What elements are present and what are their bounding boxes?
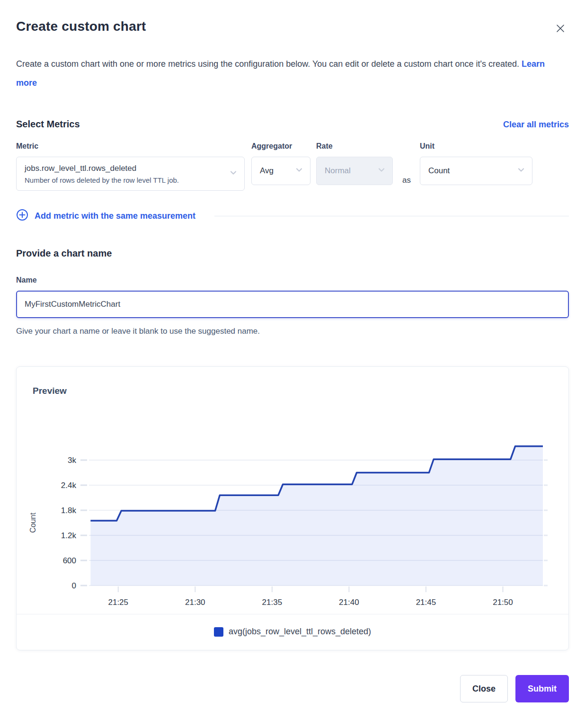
metric-description: Number of rows deleted by the row level … — [25, 176, 179, 184]
page-title: Create custom chart — [16, 19, 146, 34]
metric-select[interactable]: jobs.row_level_ttl.rows_deleted Number o… — [16, 157, 245, 191]
rate-value: Normal — [325, 166, 351, 176]
svg-text:1.8k: 1.8k — [61, 506, 77, 515]
preview-heading: Preview — [33, 386, 568, 396]
add-metric-row: Add metric with the same measurement — [16, 209, 569, 223]
close-icon[interactable] — [552, 20, 569, 37]
svg-text:0: 0 — [72, 581, 76, 590]
svg-text:21:40: 21:40 — [339, 598, 359, 607]
aggregator-select[interactable]: Avg — [251, 157, 310, 185]
preview-chart: 06001.2k1.8k2.4k3k21:2521:3021:3521:4021… — [17, 425, 568, 614]
chart-name-heading: Provide a chart name — [16, 248, 569, 259]
svg-text:1.2k: 1.2k — [61, 531, 77, 540]
metric-field: Metric jobs.row_level_ttl.rows_deleted N… — [16, 142, 245, 191]
unit-select[interactable]: Count — [420, 157, 532, 185]
rate-select: Normal — [316, 157, 393, 185]
chevron-down-icon — [517, 166, 525, 177]
svg-text:2.4k: 2.4k — [61, 481, 77, 490]
name-label: Name — [16, 276, 569, 284]
metric-select-texts: jobs.row_level_ttl.rows_deleted Number o… — [25, 164, 179, 184]
add-metric-link[interactable]: Add metric with the same measurement — [16, 209, 195, 223]
unit-label: Unit — [420, 142, 532, 151]
svg-text:Count: Count — [29, 513, 37, 533]
dialog-footer: Close Submit — [16, 675, 569, 719]
chevron-down-icon — [377, 166, 386, 177]
unit-value: Count — [428, 166, 450, 176]
preview-card: Preview 06001.2k1.8k2.4k3k21:2521:3021:3… — [16, 366, 569, 650]
create-custom-chart-dialog: Create custom chart Create a custom char… — [0, 0, 585, 719]
dialog-header: Create custom chart — [16, 19, 569, 37]
metric-value: jobs.row_level_ttl.rows_deleted — [25, 164, 179, 173]
rate-label: Rate — [316, 142, 393, 151]
metric-row: Metric jobs.row_level_ttl.rows_deleted N… — [16, 142, 569, 191]
rate-field: Rate Normal — [316, 142, 393, 185]
dialog-description: Create a custom chart with one or more m… — [16, 55, 565, 92]
svg-text:21:45: 21:45 — [416, 598, 436, 607]
svg-text:21:30: 21:30 — [185, 598, 205, 607]
aggregator-value: Avg — [260, 166, 274, 176]
select-metrics-header: Select Metrics Clear all metrics — [16, 119, 569, 130]
name-helper-text: Give your chart a name or leave it blank… — [16, 327, 569, 336]
chevron-down-icon — [229, 169, 238, 179]
divider — [214, 216, 569, 216]
legend-swatch — [214, 627, 223, 637]
metric-label: Metric — [16, 142, 245, 151]
svg-text:600: 600 — [63, 556, 76, 565]
unit-field: Unit Count — [420, 142, 532, 185]
chart-legend: avg(jobs_row_level_ttl_rows_deleted) — [17, 614, 568, 650]
aggregator-label: Aggregator — [251, 142, 310, 151]
submit-button[interactable]: Submit — [515, 675, 569, 702]
add-metric-label: Add metric with the same measurement — [35, 211, 195, 221]
svg-text:21:50: 21:50 — [493, 598, 513, 607]
clear-all-metrics-link[interactable]: Clear all metrics — [503, 120, 569, 130]
as-label: as — [402, 176, 411, 185]
close-button[interactable]: Close — [460, 675, 508, 702]
svg-text:21:35: 21:35 — [262, 598, 283, 607]
svg-text:3k: 3k — [68, 456, 76, 465]
aggregator-field: Aggregator Avg — [251, 142, 310, 185]
chevron-down-icon — [295, 166, 303, 177]
plus-circle-icon — [16, 209, 28, 223]
chart-name-input[interactable] — [16, 291, 569, 318]
description-text: Create a custom chart with one or more m… — [16, 59, 519, 69]
legend-label: avg(jobs_row_level_ttl_rows_deleted) — [229, 627, 371, 637]
svg-text:21:25: 21:25 — [108, 598, 128, 607]
select-metrics-heading: Select Metrics — [16, 119, 80, 130]
